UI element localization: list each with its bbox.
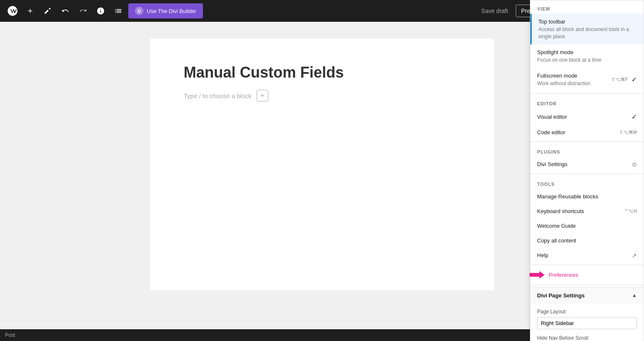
copy-content-title: Copy all content xyxy=(537,237,637,244)
spotlight-mode-item[interactable]: Spotlight mode Focus on one block at a t… xyxy=(530,44,644,68)
post-title[interactable]: Manual Custom Fields xyxy=(184,64,460,81)
add-block-button[interactable] xyxy=(23,3,38,18)
wp-logo[interactable] xyxy=(5,3,20,18)
main-area: Manual Custom Fields Type / to choose a … xyxy=(0,22,644,341)
help-title: Help xyxy=(537,252,632,258)
hide-nav-group: Hide Nav Before Scroll: Default xyxy=(537,335,637,341)
welcome-guide-item[interactable]: Welcome Guide xyxy=(530,219,644,233)
post-container: Manual Custom Fields Type / to choose a … xyxy=(150,39,494,290)
top-toolbar-item[interactable]: Top toolbar Access all block and documen… xyxy=(530,14,644,44)
divi-page-settings-title: Divi Page Settings xyxy=(537,292,584,299)
page-layout-group: Page Layout: Right Sidebar xyxy=(537,309,637,329)
divi-settings-body: Page Layout: Right Sidebar Hide Nav Befo… xyxy=(530,304,644,341)
hide-nav-label: Hide Nav Before Scroll: xyxy=(537,335,637,341)
divider-3 xyxy=(530,174,644,174)
divi-settings-icon: ⊙ xyxy=(632,161,637,168)
help-external-icon: ↗ xyxy=(632,252,637,259)
status-text: Post xyxy=(5,332,15,338)
fullscreen-content: Fullscreen mode Work without distraction xyxy=(537,72,608,87)
keyboard-shortcuts-shortcut: ⌃⌥H xyxy=(624,208,637,214)
page-layout-select[interactable]: Right Sidebar xyxy=(537,317,637,329)
arrow-shape xyxy=(530,271,545,279)
divi-settings-item[interactable]: Divi Settings ⊙ xyxy=(530,157,644,172)
page-layout-label: Page Layout: xyxy=(537,309,637,315)
welcome-guide-title: Welcome Guide xyxy=(537,223,637,229)
keyboard-shortcuts-item[interactable]: Keyboard shortcuts ⌃⌥H xyxy=(530,204,644,219)
info-button[interactable] xyxy=(93,3,108,18)
fullscreen-title: Fullscreen mode xyxy=(537,72,608,80)
visual-editor-item[interactable]: Visual editor ✓ xyxy=(530,109,644,125)
visual-editor-title: Visual editor xyxy=(537,114,631,120)
code-editor-title: Code editor xyxy=(537,129,619,135)
divider-1 xyxy=(530,93,644,94)
divider-2 xyxy=(530,141,644,142)
top-toolbar-content: Top toolbar Access all block and documen… xyxy=(538,18,637,40)
placeholder-text: Type / to choose a block xyxy=(184,92,252,99)
divi-page-settings-header[interactable]: Divi Page Settings ▲ xyxy=(530,287,644,304)
save-draft-button[interactable]: Save draft xyxy=(477,5,512,17)
spotlight-content: Spotlight mode Focus on one block at a t… xyxy=(537,49,637,64)
divider-5 xyxy=(530,285,644,285)
keyboard-shortcuts-title: Keyboard shortcuts xyxy=(537,208,624,214)
add-block-inline-button[interactable]: + xyxy=(257,90,268,102)
code-editor-item[interactable]: Code editor ⇧⌥⌘M xyxy=(530,125,644,140)
tools-section-label: TOOLS xyxy=(530,176,644,189)
redo-button[interactable] xyxy=(75,3,91,18)
divi-builder-button[interactable]: D Use The Divi Builder xyxy=(128,3,203,18)
edit-button[interactable] xyxy=(40,3,55,18)
block-tools-button[interactable] xyxy=(111,3,126,18)
divi-page-settings-panel: Divi Page Settings ▲ Page Layout: Right … xyxy=(530,287,644,341)
divi-settings-title: Divi Settings xyxy=(537,161,632,167)
visual-editor-check-icon: ✓ xyxy=(631,113,637,121)
editor-section-label: EDITOR xyxy=(530,95,644,109)
fullscreen-check-icon: ✓ xyxy=(631,75,637,83)
divider-4 xyxy=(530,265,644,265)
divi-button-label: Use The Divi Builder xyxy=(147,8,196,14)
view-section-label: VIEW xyxy=(530,0,644,14)
code-editor-shortcut: ⇧⌥⌘M xyxy=(619,130,637,135)
preferences-arrow xyxy=(530,271,545,279)
plugins-section-label: PLUGINS xyxy=(530,143,644,157)
top-toolbar-title: Top toolbar xyxy=(538,18,637,26)
top-toolbar-desc: Access all block and document tools in a… xyxy=(538,26,637,40)
block-placeholder[interactable]: Type / to choose a block + xyxy=(184,90,460,102)
divi-icon: D xyxy=(135,7,143,15)
copy-content-item[interactable]: Copy all content xyxy=(530,233,644,248)
fullscreen-shortcut: ⇧⌥⌘F xyxy=(611,77,628,82)
fullscreen-desc: Work without distraction xyxy=(537,80,608,87)
manage-reusable-item[interactable]: Manage Reusable blocks xyxy=(530,189,644,204)
fullscreen-mode-item[interactable]: Fullscreen mode Work without distraction… xyxy=(530,68,644,91)
help-item[interactable]: Help ↗ xyxy=(530,248,644,263)
divi-settings-collapse-icon: ▲ xyxy=(632,292,637,298)
dropdown-menu: VIEW Top toolbar Access all block and do… xyxy=(530,0,644,341)
undo-button[interactable] xyxy=(58,3,73,18)
spotlight-desc: Focus on one block at a time xyxy=(537,57,637,64)
spotlight-title: Spotlight mode xyxy=(537,49,637,56)
manage-reusable-title: Manage Reusable blocks xyxy=(537,193,637,200)
preferences-item[interactable]: Preferences xyxy=(530,267,644,283)
